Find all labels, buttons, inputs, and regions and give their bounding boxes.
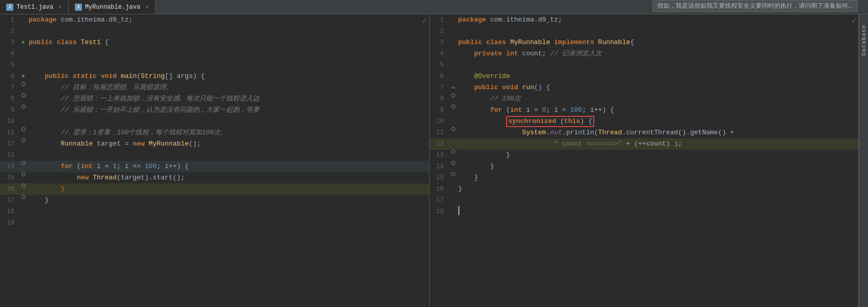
table-row: 13 bbox=[0, 150, 429, 161]
table-row: 17 } bbox=[0, 195, 429, 206]
table-row: 4 private int count; // 记录浏览人次 bbox=[430, 48, 859, 59]
table-row: 16 } bbox=[430, 183, 859, 195]
table-row: 5 bbox=[430, 59, 859, 71]
table-row: 9 // 乐观锁：一开始不上锁，认为是没有问题的，大家一起跑，等要 bbox=[0, 105, 429, 116]
breakpoint-indicator bbox=[22, 161, 26, 165]
breakpoint-indicator bbox=[22, 195, 26, 199]
breakpoint-indicator bbox=[451, 93, 455, 97]
table-row: 17 bbox=[430, 195, 859, 206]
table-row: 4 bbox=[0, 48, 429, 59]
table-row: 1 package com.itheima.d9_tz; ✓ bbox=[0, 14, 429, 26]
table-row: 1 package com.itheima.d9_tz; ✓ bbox=[430, 14, 859, 26]
tab-test1-label: Test1.java bbox=[16, 4, 53, 11]
java-file-icon-2: J bbox=[75, 4, 82, 11]
table-row: 18 bbox=[0, 206, 429, 217]
tab-myrunnable-label: MyRunnable.java bbox=[85, 4, 140, 11]
check-mark-right: ✓ bbox=[852, 15, 856, 27]
table-row: 8 // 悲观锁：一上来就加锁，没有安全感。每次只能一个线程进入边 bbox=[0, 93, 429, 105]
table-row: 10 synchronized (this) { bbox=[430, 116, 859, 127]
table-row: 14 } bbox=[430, 161, 859, 172]
table-row: 8 // 100次 bbox=[430, 93, 859, 105]
tab-test1-close[interactable]: × bbox=[58, 4, 62, 10]
table-row: 6 @Override bbox=[430, 71, 859, 82]
right-editor: 1 package com.itheima.d9_tz; ✓ 2 3 publi… bbox=[430, 14, 859, 307]
synchronized-highlight: synchronized (this) { bbox=[506, 116, 594, 127]
tab-test1[interactable]: J Test1.java × bbox=[0, 0, 69, 14]
tooltip-bar: 假如，我是说假如我又要线程安全义要同时的执行，请问阁下准备如何应对 bbox=[653, 0, 858, 12]
left-code-area[interactable]: 1 package com.itheima.d9_tz; ✓ 2 3 ▶ pub… bbox=[0, 14, 429, 307]
editors-container: 1 package com.itheima.d9_tz; ✓ 2 3 ▶ pub… bbox=[0, 14, 868, 307]
breakpoint-indicator bbox=[22, 138, 26, 142]
table-row: 10 bbox=[0, 116, 429, 127]
left-editor: 1 package com.itheima.d9_tz; ✓ 2 3 ▶ pub… bbox=[0, 14, 430, 307]
breakpoint-indicator bbox=[22, 82, 26, 86]
table-row: 11 System.out.println(Thread.currentThre… bbox=[430, 127, 859, 138]
table-row: 18 bbox=[430, 206, 859, 219]
breakpoint-indicator bbox=[451, 172, 455, 176]
breakpoint-indicator bbox=[22, 93, 26, 97]
check-mark: ✓ bbox=[422, 15, 427, 27]
table-row: 19 bbox=[0, 217, 429, 229]
table-row: 2 bbox=[0, 26, 429, 37]
breakpoint-indicator bbox=[22, 183, 26, 188]
table-row: 11 // 需求：1变量，100个线程，每个线程对其加100次。 bbox=[0, 127, 429, 138]
sidebar-right-label: Database bbox=[861, 25, 867, 56]
execution-arrow-icon: ⇒ bbox=[451, 82, 455, 93]
table-row: 7 ⇒ public void run() { bbox=[430, 82, 859, 93]
breakpoint-indicator bbox=[22, 172, 26, 176]
breakpoint-indicator bbox=[22, 105, 26, 109]
table-row: 15 } bbox=[430, 172, 859, 183]
table-row: 13 } bbox=[430, 150, 859, 161]
table-row: 3 public class MyRunnable implements Run… bbox=[430, 37, 859, 48]
table-row: 12 Runnable target = new MyRunnable(); bbox=[0, 138, 429, 150]
run-icon: ▶ bbox=[22, 37, 25, 48]
tab-bar: J Test1.java × J MyRunnable.java × 假如，我是… bbox=[0, 0, 868, 14]
right-code-area[interactable]: 1 package com.itheima.d9_tz; ✓ 2 3 publi… bbox=[430, 14, 859, 307]
breakpoint-indicator bbox=[451, 105, 455, 109]
table-row: 5 bbox=[0, 59, 429, 71]
tab-myrunnable-close[interactable]: × bbox=[146, 4, 149, 10]
breakpoint-indicator bbox=[451, 161, 455, 165]
table-row: 14 for (int i = 1; i <= 100; i++) { bbox=[0, 161, 429, 172]
table-row: 16 } bbox=[0, 183, 429, 195]
table-row: 12 " count =======>" + (++count) ); bbox=[430, 138, 859, 150]
breakpoint-indicator bbox=[451, 150, 455, 154]
java-file-icon: J bbox=[6, 4, 13, 11]
table-row: 15 new Thread(target).start(); bbox=[0, 172, 429, 183]
table-row: 2 bbox=[430, 26, 859, 37]
breakpoint-indicator bbox=[451, 127, 455, 131]
table-row: 6 ▶ public static void main(String[] arg… bbox=[0, 71, 429, 82]
sidebar-right: Database bbox=[859, 14, 868, 307]
table-row: 7 // 目标：拓展悲观锁、乐观锁原理。 bbox=[0, 82, 429, 93]
table-row: 3 ▶ public class Test1 { bbox=[0, 37, 429, 48]
table-row: 9 for (int i = 0; i < 100; i++) { bbox=[430, 105, 859, 116]
run-icon: ▶ bbox=[22, 71, 25, 82]
tab-myrunnable[interactable]: J MyRunnable.java × bbox=[69, 0, 156, 14]
breakpoint-indicator bbox=[22, 127, 26, 131]
